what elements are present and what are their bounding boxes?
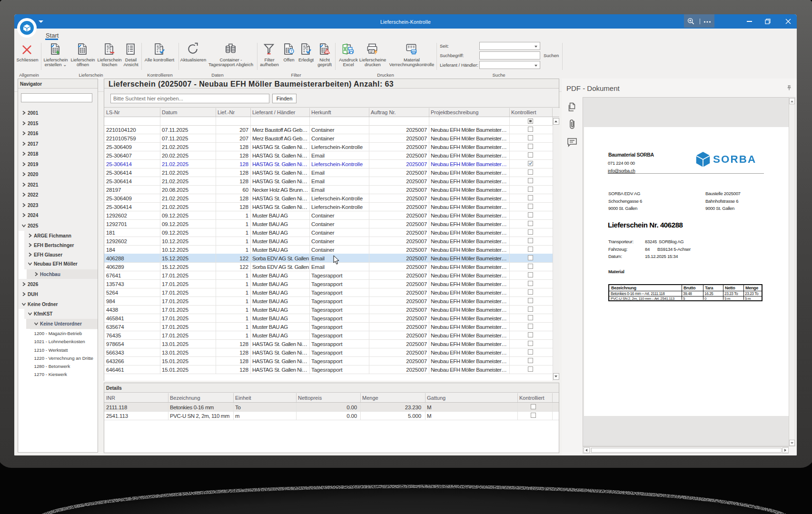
svg-text:?: ? bbox=[290, 49, 293, 53]
